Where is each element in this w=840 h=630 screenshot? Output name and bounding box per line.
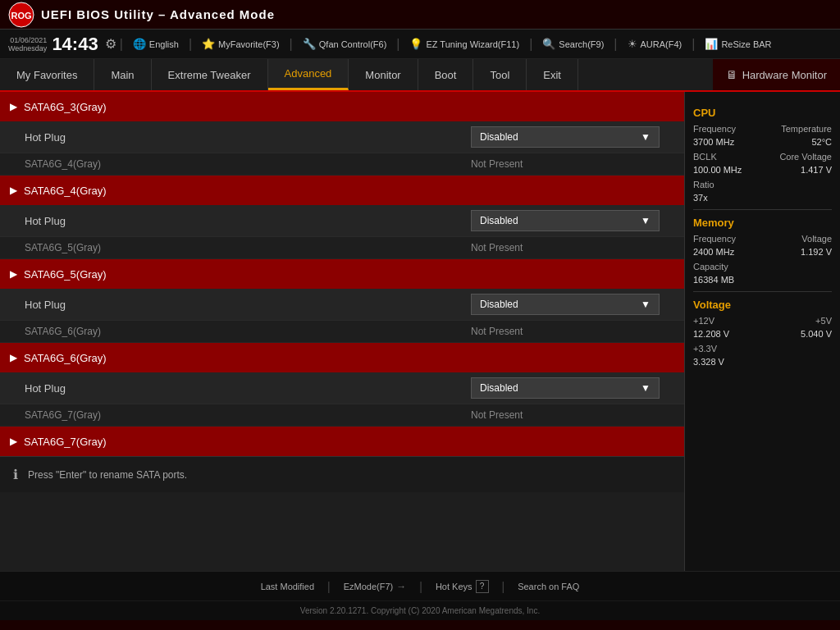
- nav-item-exit[interactable]: Exit: [527, 59, 578, 90]
- hw-cpu-bclk-label: BCLK: [693, 152, 717, 162]
- hw-cpu-bclk-row: BCLK Core Voltage: [693, 152, 832, 162]
- footer-hotkeys[interactable]: Hot Keys ?: [422, 580, 502, 593]
- hw-mem-cap-val: 16384 MB: [693, 275, 734, 285]
- topbar-search[interactable]: 🔍 Search(F9): [536, 38, 610, 50]
- sata-header-6[interactable]: ▶ SATA6G_6(Gray): [0, 343, 684, 372]
- hw-cpu-bclk-val: 100.00 MHz: [693, 165, 742, 175]
- topbar-aura[interactable]: ☀ AURA(F4): [621, 38, 689, 50]
- sub-info-row-3: SATA6G_4(Gray) Not Present: [0, 153, 684, 176]
- nav-item-main[interactable]: Main: [94, 59, 151, 90]
- nav-item-monitor[interactable]: Monitor: [349, 59, 418, 90]
- hotplug-row-3: Hot Plug Disabled ▼: [0, 121, 684, 153]
- hw-mem-freq-val: 2400 MHz: [693, 247, 734, 257]
- rog-logo-icon: ROG: [8, 2, 34, 28]
- hw-cpu-section: CPU: [693, 107, 832, 119]
- topbar-myfavorite-label: MyFavorite(F3): [218, 39, 280, 49]
- nav-item-tool[interactable]: Tool: [473, 59, 527, 90]
- aura-icon: ☀: [628, 38, 637, 50]
- dropdown-arrow-5: ▼: [641, 299, 651, 310]
- sep1: |: [120, 37, 123, 52]
- hw-cpu-cv-val: 1.417 V: [801, 165, 832, 175]
- topbar-eztuning-label: EZ Tuning Wizard(F11): [426, 39, 519, 49]
- hw-mem-cap-label: Capacity: [693, 262, 728, 272]
- version-bar: Version 2.20.1271. Copyright (C) 2020 Am…: [0, 600, 840, 620]
- arrow-right-icon: →: [396, 581, 406, 592]
- hotplug-select-3[interactable]: Disabled ▼: [471, 126, 660, 148]
- hw-v5-val: 5.040 V: [801, 329, 832, 339]
- sub-id-4: SATA6G_5(Gray): [25, 242, 471, 253]
- version-text: Version 2.20.1271. Copyright (C) 2020 Am…: [300, 606, 540, 615]
- hotplug-value-4: Disabled: [480, 215, 518, 226]
- hotplug-label-5: Hot Plug: [25, 299, 471, 311]
- settings-icon[interactable]: ⚙: [105, 36, 116, 52]
- nav-item-myfavorites[interactable]: My Favorites: [0, 59, 94, 90]
- footer: Last Modified | EzMode(F7) → | Hot Keys …: [0, 571, 840, 600]
- bios-header: ROG UEFI BIOS Utility – Advanced Mode: [0, 0, 840, 30]
- topbar-date: 01/06/2021: [10, 36, 47, 44]
- dropdown-arrow-6: ▼: [641, 382, 651, 394]
- topbar-search-label: Search(F9): [559, 39, 604, 49]
- sub-id-3: SATA6G_4(Gray): [25, 158, 471, 170]
- chevron-icon-4: ▶: [10, 185, 17, 196]
- info-bar: ℹ Press "Enter" to rename SATA ports.: [0, 456, 684, 492]
- hw-divider-2: [693, 291, 832, 292]
- topbar-language[interactable]: 🌐 English: [126, 38, 185, 50]
- nav-item-advanced[interactable]: Advanced: [268, 59, 349, 90]
- hotplug-row-5: Hot Plug Disabled ▼: [0, 289, 684, 321]
- hw-cpu-freq-label: Frequency: [693, 124, 736, 134]
- footer-search-faq[interactable]: Search on FAQ: [504, 582, 592, 591]
- footer-last-modified[interactable]: Last Modified: [248, 582, 327, 591]
- topbar-myfavorite[interactable]: ⭐ MyFavorite(F3): [195, 38, 286, 50]
- hw-cpu-temp-label: Temperature: [781, 124, 832, 134]
- qfan-icon: 🔧: [303, 38, 316, 50]
- sata-header-4[interactable]: ▶ SATA6G_4(Gray): [0, 176, 684, 205]
- hw-mem-cap-row: Capacity: [693, 262, 832, 272]
- footer-ezmode[interactable]: EzMode(F7) →: [331, 581, 420, 592]
- hotplug-value-5: Disabled: [480, 299, 518, 310]
- eztuning-icon: 💡: [409, 38, 422, 50]
- topbar-eztuning[interactable]: 💡 EZ Tuning Wizard(F11): [403, 38, 526, 50]
- sep5: |: [529, 37, 532, 52]
- hw-monitor-icon: 🖥: [726, 68, 737, 81]
- hotplug-select-6[interactable]: Disabled ▼: [471, 377, 660, 399]
- svg-text:ROG: ROG: [11, 11, 31, 21]
- nav-item-boot[interactable]: Boot: [418, 59, 474, 90]
- sata-header-5[interactable]: ▶ SATA6G_5(Gray): [0, 259, 684, 289]
- hw-voltage-section: Voltage: [693, 299, 832, 311]
- sub-val-3: Not Present: [471, 158, 660, 170]
- topbar-resizebar-label: ReSize BAR: [721, 39, 771, 49]
- info-text: Press "Enter" to rename SATA ports.: [28, 469, 187, 481]
- content-area: ▶ SATA6G_3(Gray) Hot Plug Disabled ▼ SAT…: [0, 92, 684, 571]
- hw-divider-1: [693, 209, 832, 210]
- sub-val-5: Not Present: [471, 326, 660, 337]
- sata-header-3[interactable]: ▶ SATA6G_3(Gray): [0, 92, 684, 121]
- hw-v12-row: +12V +5V: [693, 316, 832, 326]
- topbar-qfan[interactable]: 🔧 Qfan Control(F6): [296, 38, 394, 50]
- nav-menu: My Favorites Main Extreme Tweaker Advanc…: [0, 59, 840, 92]
- sata-label-7: SATA6G_7(Gray): [24, 436, 107, 448]
- nav-item-extreme-tweaker[interactable]: Extreme Tweaker: [152, 59, 268, 90]
- hotplug-select-5[interactable]: Disabled ▼: [471, 294, 660, 315]
- hotplug-value-6: Disabled: [480, 382, 518, 394]
- sata-label-6: SATA6G_6(Gray): [24, 352, 107, 364]
- sata-label-3: SATA6G_3(Gray): [24, 101, 107, 113]
- datetime-area: 01/06/2021 Wednesday 14:43 ⚙: [8, 34, 116, 55]
- hw-mem-volt-val: 1.192 V: [801, 247, 832, 257]
- hw-memory-section: Memory: [693, 217, 832, 229]
- sub-info-row-4: SATA6G_5(Gray) Not Present: [0, 237, 684, 259]
- resizebar-icon: 📊: [705, 38, 718, 50]
- hw-cpu-ratio-label: Ratio: [693, 180, 714, 189]
- sata-header-7[interactable]: ▶ SATA6G_7(Gray): [0, 427, 684, 456]
- hotplug-label-6: Hot Plug: [25, 382, 471, 395]
- hw-v12-val-row: 12.208 V 5.040 V: [693, 329, 832, 339]
- hotplug-select-4[interactable]: Disabled ▼: [471, 210, 660, 231]
- hw-cpu-ratio-val-row: 37x: [693, 193, 832, 203]
- hotplug-label-4: Hot Plug: [25, 215, 471, 227]
- chevron-icon-5: ▶: [10, 268, 17, 280]
- bios-title: UEFI BIOS Utility – Advanced Mode: [41, 7, 275, 21]
- topbar-resizebar[interactable]: 📊 ReSize BAR: [698, 38, 778, 50]
- hw-cpu-freq-val: 3700 MHz: [693, 137, 734, 147]
- logo-area: ROG UEFI BIOS Utility – Advanced Mode: [8, 2, 275, 28]
- hw-cpu-temp-val: 52°C: [811, 137, 832, 147]
- hw-cpu-ratio-val: 37x: [693, 193, 708, 203]
